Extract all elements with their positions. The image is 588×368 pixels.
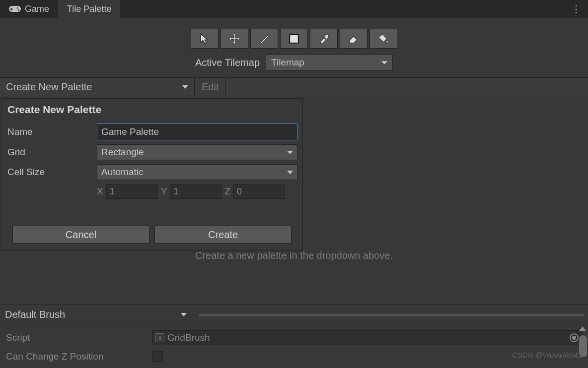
name-label: Name	[6, 126, 97, 137]
active-tilemap-label: Active Tilemap	[195, 57, 260, 68]
tool-fill[interactable]	[369, 29, 397, 49]
grid-value: Rectangle	[101, 147, 144, 158]
active-tilemap-dropdown[interactable]: Tilemap	[266, 55, 393, 70]
tool-eraser[interactable]	[340, 29, 368, 49]
kebab-menu[interactable]: ⋮	[564, 0, 588, 18]
target-icon[interactable]	[570, 333, 579, 342]
tab-game[interactable]: Game	[0, 0, 58, 18]
divider	[199, 314, 584, 315]
brush-icon	[258, 32, 271, 45]
svg-rect-5	[290, 34, 298, 43]
chevron-down-icon	[287, 151, 293, 154]
tab-tile-palette[interactable]: Tile Palette	[58, 0, 120, 18]
y-label: Y	[161, 186, 167, 197]
tool-brush[interactable]	[250, 29, 278, 49]
tool-box[interactable]	[280, 29, 308, 49]
tool-select[interactable]	[191, 29, 219, 49]
create-button[interactable]: Create	[154, 226, 292, 244]
cursor-icon	[198, 32, 211, 45]
x-input[interactable]	[106, 184, 158, 199]
create-palette-popup: Create New Palette Name Grid Rectangle C…	[1, 98, 303, 251]
chevron-down-icon	[287, 171, 293, 174]
cellsize-dropdown[interactable]: Automatic	[97, 164, 297, 180]
svg-point-3	[17, 7, 18, 9]
palette-dropdown-label: Create New Palette	[6, 81, 92, 93]
svg-rect-2	[10, 9, 13, 10]
hint-text: Create a new palette in the dropdown abo…	[0, 250, 588, 261]
watermark: CSDN @Wusiyiiii541	[512, 351, 582, 359]
can-change-z-checkbox[interactable]	[152, 351, 163, 362]
scrollbar-up[interactable]	[579, 326, 586, 331]
eraser-icon	[347, 32, 360, 45]
popup-title: Create New Palette	[6, 104, 297, 116]
tool-picker[interactable]	[310, 29, 338, 49]
picker-icon	[317, 32, 330, 45]
box-icon	[288, 32, 300, 45]
cellsize-label: Cell Size	[6, 167, 97, 178]
chevron-down-icon	[181, 313, 187, 316]
tab-game-label: Game	[25, 4, 49, 14]
active-tilemap-value: Tilemap	[271, 57, 304, 68]
z-input[interactable]	[233, 184, 285, 199]
palette-dropdown[interactable]: Create New Palette	[0, 78, 195, 96]
fill-icon	[377, 32, 390, 45]
grid-dropdown[interactable]: Rectangle	[97, 144, 297, 160]
brush-dropdown[interactable]: Default Brush	[0, 309, 195, 320]
csharp-icon: #	[155, 333, 164, 342]
tool-move[interactable]	[220, 29, 248, 49]
x-label: X	[97, 186, 103, 197]
grid-label: Grid	[6, 147, 97, 158]
move-icon	[228, 32, 241, 45]
toolbar	[0, 18, 588, 53]
chevron-down-icon	[182, 85, 188, 89]
brush-value: Default Brush	[5, 309, 65, 320]
edit-label: Edit	[202, 81, 219, 93]
can-change-z-label: Can Change Z Position	[6, 351, 152, 362]
name-input[interactable]	[97, 123, 297, 140]
script-label: Script	[6, 332, 152, 343]
tab-tile-palette-label: Tile Palette	[67, 4, 111, 14]
cellsize-value: Automatic	[101, 167, 143, 178]
svg-point-4	[18, 9, 19, 11]
z-label: Z	[224, 186, 230, 197]
y-input[interactable]	[170, 184, 221, 199]
script-value: GridBrush	[167, 332, 210, 343]
cancel-button[interactable]: Cancel	[12, 226, 149, 244]
gamepad-icon	[9, 5, 21, 13]
chevron-down-icon	[381, 61, 387, 64]
edit-button[interactable]: Edit	[195, 78, 226, 96]
script-field[interactable]: # GridBrush	[152, 330, 582, 345]
